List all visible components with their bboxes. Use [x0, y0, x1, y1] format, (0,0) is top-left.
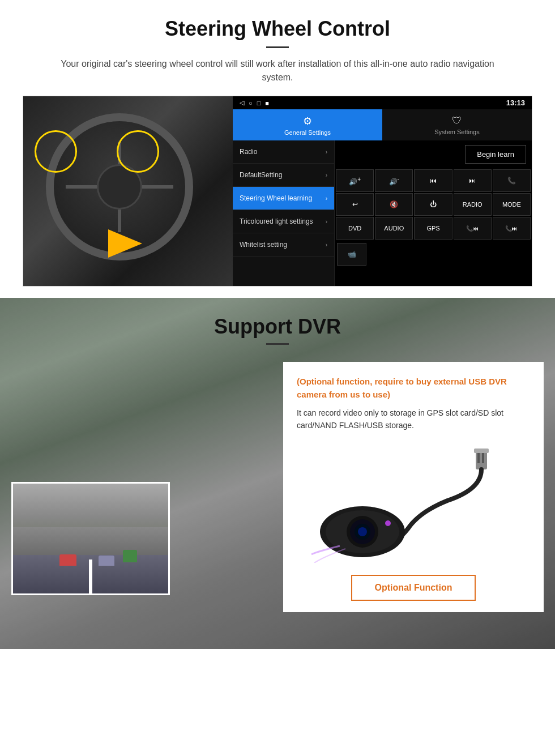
svg-rect-3 — [482, 453, 484, 463]
control-buttons-grid: 🔊+ 🔊- ⏮ ⏭ 📞 — [335, 168, 532, 241]
highlight-circle-right — [117, 130, 159, 173]
prev-icon: ⏮ — [430, 177, 437, 185]
ctrl-record[interactable]: 📹 — [337, 243, 366, 266]
dvr-camera-illustration — [297, 441, 530, 566]
dvd-label-btn: DVD — [348, 225, 361, 232]
mode-label-btn: MODE — [502, 201, 521, 208]
dvr-title-divider — [266, 343, 289, 345]
ctrl-next[interactable]: ⏭ — [454, 169, 492, 192]
home-symbol: ○ — [249, 100, 253, 106]
steering-section: Steering Wheel Control Your original car… — [0, 0, 555, 298]
dvr-header: Support DVR — [0, 298, 555, 356]
ctrl-prev[interactable]: ⏮ — [414, 169, 452, 192]
ctrl-power[interactable]: ⏻ — [414, 193, 452, 216]
begin-learn-row: Begin learn — [335, 140, 532, 168]
spoke-left — [66, 185, 97, 189]
ctrl-mode[interactable]: MODE — [493, 193, 531, 216]
thumb-inner — [13, 484, 168, 593]
steering-subtitle: Your original car's steering wheel contr… — [45, 57, 510, 84]
dvr-info-card: (Optional function, require to buy exter… — [283, 362, 544, 612]
begin-learn-button[interactable]: Begin learn — [465, 145, 526, 164]
highlight-circle-left — [35, 130, 77, 173]
ctrl-vol-dn[interactable]: 🔊- — [375, 169, 413, 192]
tab-system-settings[interactable]: 🛡 System Settings — [382, 109, 532, 140]
power-icon: ⏻ — [430, 200, 437, 208]
ctrl-call-next[interactable]: 📞⏭ — [493, 217, 531, 240]
menu-default-chevron: › — [326, 172, 327, 178]
optional-function-button[interactable]: Optional Function — [351, 575, 476, 601]
title-divider — [266, 46, 289, 48]
svg-rect-1 — [474, 449, 489, 453]
statusbar-left: ◁ ○ □ ■ — [240, 99, 269, 106]
call-prev-icon: 📞⏮ — [466, 225, 479, 232]
ctrl-mute[interactable]: 🔇 — [375, 193, 413, 216]
ctrl-radio[interactable]: RADIO — [454, 193, 492, 216]
ctrl-call-prev[interactable]: 📞⏮ — [454, 217, 492, 240]
tab-system-label: System Settings — [434, 129, 479, 135]
back-symbol: ◁ — [240, 99, 244, 106]
mute-icon: 🔇 — [390, 200, 398, 208]
svg-point-9 — [358, 527, 367, 536]
statusbar-time: 13:13 — [506, 99, 525, 107]
call-next-icon: 📞⏭ — [505, 225, 518, 232]
menu-item-steering-learning[interactable]: Steering Wheel learning › — [233, 187, 334, 210]
dvr-camera-thumbnail — [11, 482, 170, 595]
android-tabs: ⚙ General Settings 🛡 System Settings — [233, 109, 532, 140]
dvr-left-panel — [11, 362, 272, 612]
ctrl-gps[interactable]: GPS — [414, 217, 452, 240]
menu-radio-chevron: › — [326, 149, 327, 155]
ctrl-phone[interactable]: 📞 — [493, 169, 531, 192]
menu-tricoloured-label: Tricoloured light settings — [240, 217, 313, 225]
spoke-bottom — [118, 210, 121, 232]
android-panel: ◁ ○ □ ■ 13:13 ⚙ General Settings 🛡 Syste… — [233, 96, 532, 286]
menu-steering-chevron: › — [326, 195, 327, 202]
road-center-line — [89, 559, 92, 593]
vol-dn-icon: 🔊- — [389, 176, 399, 186]
hangup-icon: ↩ — [352, 200, 358, 208]
dvr-description-text: It can record video only to storage in G… — [297, 407, 530, 432]
gps-label-btn: GPS — [426, 225, 439, 232]
camera-svg — [306, 444, 521, 563]
steering-title: Steering Wheel Control — [23, 17, 532, 41]
menu-steering-label: Steering Wheel learning — [240, 194, 312, 202]
audio-label-btn: AUDIO — [384, 225, 404, 232]
tab-general-label: General Settings — [284, 129, 331, 136]
menu-item-defaultsetting[interactable]: DefaultSetting › — [233, 164, 334, 187]
menu-tricoloured-chevron: › — [326, 219, 327, 225]
system-icon: 🛡 — [452, 115, 462, 127]
menu-item-whitelist[interactable]: Whitelist setting › — [233, 233, 334, 257]
dvr-optional-warning: (Optional function, require to buy exter… — [297, 375, 530, 401]
record-icon: 📹 — [348, 250, 356, 258]
tab-general-settings[interactable]: ⚙ General Settings — [233, 109, 382, 140]
ctrl-audio[interactable]: AUDIO — [375, 217, 413, 240]
vol-up-icon: 🔊+ — [349, 176, 361, 186]
menu-default-label: DefaultSetting — [240, 171, 282, 179]
menu-item-radio[interactable]: Radio › — [233, 140, 334, 164]
dvr-section: Support DVR (Optional funct — [0, 298, 555, 649]
dvr-content-area: (Optional function, require to buy exter… — [0, 356, 555, 629]
android-content: Radio › DefaultSetting › Steering Wheel … — [233, 140, 532, 286]
svg-rect-2 — [477, 453, 480, 463]
arrow-shape — [108, 229, 142, 258]
arrow-indicator — [108, 229, 153, 258]
ctrl-hangup[interactable]: ↩ — [336, 193, 374, 216]
menu-symbol: ■ — [265, 100, 269, 106]
android-ui-mockup: ◁ ○ □ ■ 13:13 ⚙ General Settings 🛡 Syste… — [23, 96, 532, 287]
android-right-panel: Begin learn 🔊+ 🔊- ⏮ — [335, 140, 532, 286]
recents-symbol: □ — [257, 100, 261, 106]
menu-whitelist-label: Whitelist setting — [240, 241, 287, 249]
ctrl-dvd[interactable]: DVD — [336, 217, 374, 240]
next-icon: ⏭ — [469, 177, 476, 185]
android-menu: Radio › DefaultSetting › Steering Wheel … — [233, 140, 335, 286]
radio-label-btn: RADIO — [463, 201, 483, 208]
phone-icon: 📞 — [507, 177, 516, 185]
ctrl-vol-up[interactable]: 🔊+ — [336, 169, 374, 192]
android-statusbar: ◁ ○ □ ■ 13:13 — [233, 96, 532, 109]
svg-point-10 — [385, 520, 391, 526]
settings-icon: ⚙ — [303, 115, 312, 127]
spoke-right — [142, 185, 173, 189]
steering-wheel-image — [23, 96, 233, 286]
menu-item-tricoloured[interactable]: Tricoloured light settings › — [233, 210, 334, 233]
menu-whitelist-chevron: › — [326, 242, 327, 248]
dvr-right-panel: (Optional function, require to buy exter… — [283, 362, 544, 612]
